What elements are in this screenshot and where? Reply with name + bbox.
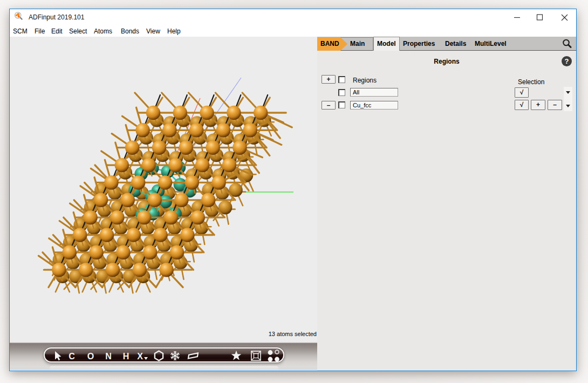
svg-text:X: X: [137, 352, 143, 361]
svg-text:C: C: [69, 352, 75, 361]
svg-text:O: O: [87, 352, 94, 361]
svg-text:H: H: [123, 352, 129, 361]
svg-text:N: N: [105, 352, 112, 361]
